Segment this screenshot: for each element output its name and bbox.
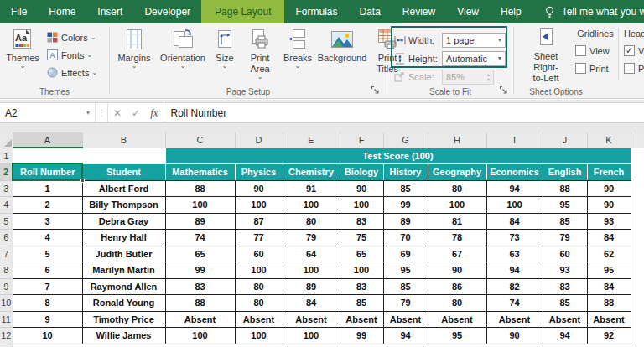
row-header-13[interactable]: 13: [0, 344, 13, 347]
cell-J11[interactable]: Absent: [543, 311, 587, 328]
cell-B8[interactable]: Marilyn Martin: [82, 262, 165, 279]
cell-F7[interactable]: 65: [340, 246, 383, 262]
cell-G6[interactable]: 70: [383, 230, 428, 246]
cell-J6[interactable]: 79: [543, 230, 587, 246]
cell-C3[interactable]: 88: [165, 180, 235, 197]
size-button[interactable]: Size⌄: [210, 23, 240, 84]
cell-E9[interactable]: 89: [283, 278, 340, 295]
cell-J8[interactable]: 93: [543, 262, 587, 279]
cell-J5[interactable]: 85: [543, 213, 587, 230]
height-dropdown[interactable]: Automatic▾: [442, 51, 506, 66]
cell-F2[interactable]: Biology: [340, 164, 383, 181]
cell-B12[interactable]: Willie James: [82, 328, 165, 344]
cell-F6[interactable]: 75: [340, 230, 383, 246]
tell-me-box[interactable]: Tell me what you want to d: [544, 0, 644, 23]
cell-J12[interactable]: 94: [543, 328, 587, 344]
cell-K12[interactable]: 92: [587, 328, 631, 344]
row-header-3[interactable]: 3: [0, 180, 13, 197]
cell-E6[interactable]: 79: [283, 230, 340, 246]
tab-developer[interactable]: Developer: [133, 0, 201, 23]
row-header-10[interactable]: 10: [0, 295, 13, 312]
cell-I4[interactable]: 100: [486, 197, 543, 214]
row-header-6[interactable]: 6: [0, 230, 13, 246]
column-header-I[interactable]: I: [486, 132, 543, 148]
cell-empty[interactable]: [340, 344, 383, 347]
cell-E12[interactable]: 100: [283, 328, 340, 344]
cell-H8[interactable]: 90: [428, 262, 486, 279]
width-dropdown[interactable]: 1 page▾: [442, 33, 506, 48]
cell-A6[interactable]: 4: [13, 230, 82, 246]
cell-D7[interactable]: 60: [235, 246, 283, 262]
cell-G9[interactable]: 85: [383, 278, 428, 295]
column-header-E[interactable]: E: [283, 132, 340, 148]
sheet-right-to-left-button[interactable]: Sheet Right-to-Left: [522, 23, 570, 84]
cell-J7[interactable]: 60: [543, 246, 587, 262]
page-setup-dialog-launcher[interactable]: [371, 85, 381, 96]
row-header-1[interactable]: 1: [0, 148, 13, 164]
cell-A4[interactable]: 2: [13, 197, 82, 214]
headings-view-checkbox[interactable]: [624, 45, 635, 56]
cell-E3[interactable]: 91: [283, 180, 340, 197]
row-header-11[interactable]: 11: [0, 311, 13, 328]
cell-G5[interactable]: 89: [383, 213, 428, 230]
row-header-4[interactable]: 4: [0, 197, 13, 214]
cell-H11[interactable]: Absent: [428, 311, 486, 328]
column-header-D[interactable]: D: [235, 132, 283, 148]
cancel-entry-icon[interactable]: ✕: [113, 107, 122, 119]
cell-H2[interactable]: Geography: [428, 164, 486, 181]
cell-C10[interactable]: 88: [165, 295, 235, 312]
cell-A7[interactable]: 5: [13, 246, 82, 262]
tab-formulas[interactable]: Formulas: [284, 0, 348, 23]
column-header-J[interactable]: J: [543, 132, 587, 148]
tab-insert[interactable]: Insert: [86, 0, 133, 23]
cell-E8[interactable]: 100: [283, 262, 340, 279]
name-box-resize-handle[interactable]: ⋮: [95, 103, 107, 122]
gridlines-view-option[interactable]: View: [575, 42, 615, 60]
cell-empty[interactable]: [543, 344, 587, 347]
cell-K2[interactable]: French: [587, 164, 631, 181]
cell-A12[interactable]: 10: [13, 328, 82, 344]
cell-C4[interactable]: 100: [165, 197, 235, 214]
effects-button[interactable]: Effects⌄: [45, 64, 97, 81]
cell-empty[interactable]: [587, 344, 631, 347]
cell-B11[interactable]: Timothy Price: [82, 311, 165, 328]
cell-G3[interactable]: 85: [383, 180, 428, 197]
fonts-button[interactable]: A Fonts⌄: [45, 46, 97, 64]
cell-G2[interactable]: History: [383, 164, 428, 181]
cell-G11[interactable]: Absent: [383, 311, 428, 328]
print-area-button[interactable]: Print Area⌄: [242, 23, 278, 84]
cell-A11[interactable]: 9: [13, 311, 82, 328]
cell-I2[interactable]: Economics: [486, 164, 543, 181]
cell-K9[interactable]: 84: [587, 278, 631, 295]
gridlines-print-option[interactable]: Print: [575, 60, 615, 77]
row-header-9[interactable]: 9: [0, 278, 13, 295]
cell-B7[interactable]: Judith Butler: [82, 246, 165, 262]
cell-C8[interactable]: 99: [165, 262, 235, 279]
cell-A1[interactable]: [13, 148, 82, 164]
cell-K11[interactable]: Absent: [587, 311, 631, 328]
margins-button[interactable]: Margins⌄: [112, 23, 156, 84]
cell-K10[interactable]: 88: [587, 295, 631, 312]
cell-B2[interactable]: Student: [82, 164, 165, 181]
cell-F10[interactable]: 85: [340, 295, 383, 312]
cell-I6[interactable]: 73: [486, 230, 543, 246]
cell-B1[interactable]: [82, 148, 165, 164]
cell-A9[interactable]: 7: [13, 278, 82, 295]
tab-data[interactable]: Data: [348, 0, 391, 23]
colors-button[interactable]: Colors⌄: [45, 28, 97, 46]
cell-H10[interactable]: 80: [428, 295, 486, 312]
cell-empty[interactable]: [235, 344, 283, 347]
cell-B4[interactable]: Billy Thompson: [82, 197, 165, 214]
cell-I12[interactable]: 90: [486, 328, 543, 344]
column-header-F[interactable]: F: [340, 132, 383, 148]
cell-K5[interactable]: 93: [587, 213, 631, 230]
column-header-H[interactable]: H: [428, 132, 486, 148]
cell-B3[interactable]: Albert Ford: [82, 180, 165, 197]
cell-F4[interactable]: 100: [340, 197, 383, 214]
cell-K8[interactable]: 95: [587, 262, 631, 279]
cell-F8[interactable]: 100: [340, 262, 383, 279]
cell-empty[interactable]: [13, 344, 82, 347]
cell-I7[interactable]: 63: [486, 246, 543, 262]
insert-function-icon[interactable]: fx: [150, 106, 158, 120]
headings-print-checkbox[interactable]: [624, 63, 635, 74]
